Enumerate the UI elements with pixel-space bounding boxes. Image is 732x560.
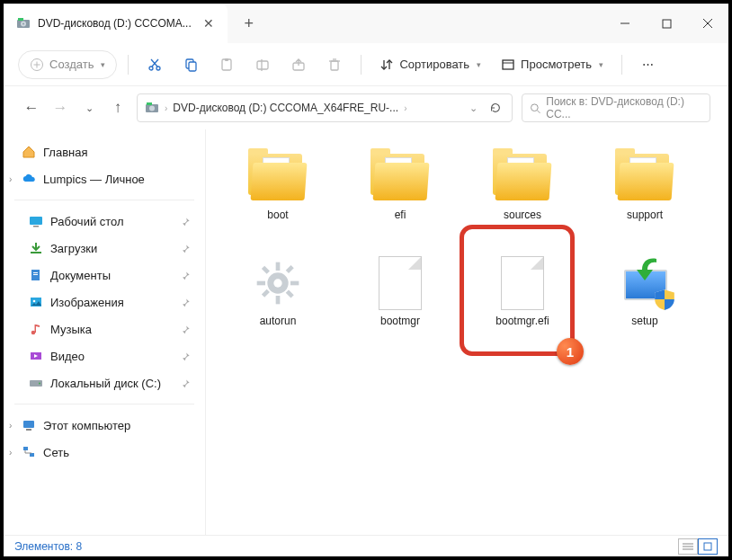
share-icon [291, 58, 306, 72]
file-autorun[interactable]: autorun [217, 252, 339, 358]
icons-view-button[interactable] [698, 538, 718, 555]
svg-rect-3 [18, 18, 23, 21]
view-icon [501, 58, 515, 72]
search-box[interactable]: Поиск в: DVD-дисковод (D:) CC... [522, 93, 710, 122]
chevron-right-icon: › [9, 421, 12, 431]
share-button[interactable] [283, 50, 314, 79]
pin-icon [181, 217, 191, 227]
close-button[interactable] [687, 4, 728, 43]
rename-button[interactable] [247, 50, 278, 79]
sidebar-downloads[interactable]: Загрузки [4, 235, 205, 262]
delete-button[interactable] [319, 50, 350, 79]
body: Главная › Lumpics — Личное Рабочий стол … [4, 129, 728, 535]
breadcrumb-path[interactable]: DVD-дисковод (D:) CCCOMA_X64FRE_RU-... [173, 102, 398, 114]
drive-icon [29, 376, 43, 390]
explorer-window: DVD-дисковод (D:) CCCOMA... ✕ + Создать … [0, 0, 732, 560]
svg-line-13 [152, 59, 158, 67]
sidebar-label: Этот компьютер [43, 419, 130, 432]
status-bar: Элементов: 8 [4, 535, 728, 556]
sidebar-videos[interactable]: Видео [4, 342, 205, 369]
search-placeholder: Поиск в: DVD-дисковод (D:) CC... [546, 95, 702, 120]
folder-sources[interactable]: sources [461, 146, 584, 252]
create-label: Создать [49, 58, 94, 71]
sidebar-music[interactable]: Музыка [4, 316, 205, 342]
folder-efi[interactable]: efi [339, 146, 461, 252]
chevron-down-icon: ▾ [477, 60, 481, 69]
sort-button[interactable]: Сортировать ▾ [372, 50, 488, 79]
svg-rect-47 [23, 421, 34, 428]
svg-point-11 [149, 67, 153, 70]
separator [128, 55, 129, 75]
minimize-button[interactable] [604, 4, 646, 43]
cut-button[interactable] [139, 50, 170, 79]
svg-rect-53 [276, 296, 281, 304]
create-button[interactable]: Создать ▾ [18, 50, 117, 79]
item-label: setup [631, 315, 657, 327]
sidebar-desktop[interactable]: Рабочий стол [4, 208, 205, 235]
up-button[interactable]: ↑ [108, 98, 128, 118]
home-icon [22, 145, 36, 159]
chevron-down-icon[interactable]: ⌄ [464, 102, 483, 114]
folder-support[interactable]: support [584, 146, 706, 252]
sidebar-documents[interactable]: Документы [4, 262, 205, 289]
separator [621, 55, 622, 75]
window-tab[interactable]: DVD-дисковод (D:) CCCOMA... ✕ [4, 4, 228, 43]
chevron-right-icon: › [404, 103, 406, 113]
trash-icon [327, 58, 342, 72]
folder-boot[interactable]: boot [217, 146, 339, 252]
annotation-badge: 1 [557, 338, 584, 365]
view-button[interactable]: Просмотреть ▾ [494, 50, 611, 79]
titlebar: DVD-дисковод (D:) CCCOMA... ✕ + [4, 4, 728, 43]
item-label: autorun [260, 315, 297, 327]
svg-rect-34 [30, 217, 42, 225]
paste-icon [219, 58, 234, 72]
svg-rect-5 [663, 20, 671, 28]
copy-button[interactable] [175, 50, 206, 79]
sidebar-label: Музыка [50, 323, 92, 336]
file-bootmgr[interactable]: bootmgr [339, 252, 461, 358]
svg-rect-49 [23, 447, 28, 450]
svg-rect-36 [31, 252, 41, 253]
refresh-button[interactable] [487, 102, 504, 114]
back-button[interactable]: ← [22, 98, 41, 118]
breadcrumb[interactable]: › DVD-дисковод (D:) CCCOMA_X64FRE_RU-...… [137, 93, 513, 122]
sidebar-label: Загрузки [50, 242, 97, 255]
sidebar-label: Сеть [43, 446, 69, 459]
rename-icon [255, 58, 270, 72]
documents-icon [29, 268, 43, 282]
pin-icon [181, 351, 191, 361]
sidebar-pictures[interactable]: Изображения [4, 289, 205, 316]
svg-rect-22 [331, 61, 338, 70]
pictures-icon [29, 295, 43, 309]
svg-point-2 [22, 23, 24, 25]
svg-point-12 [156, 67, 160, 70]
sidebar-personal[interactable]: › Lumpics — Личное [4, 165, 205, 192]
sidebar-home[interactable]: Главная [4, 138, 205, 165]
file-icon [501, 256, 544, 310]
file-setup[interactable]: setup [584, 252, 706, 358]
sidebar-network[interactable]: › Сеть [4, 439, 205, 466]
svg-rect-59 [262, 289, 270, 298]
chevron-right-icon: › [165, 103, 167, 113]
maximize-button[interactable] [646, 4, 687, 43]
recent-button[interactable]: ⌄ [79, 98, 99, 118]
tab-title: DVD-дисковод (D:) CCCOMA... [38, 17, 192, 30]
sidebar-label: Документы [50, 269, 111, 282]
tab-close-button[interactable]: ✕ [202, 17, 215, 30]
copy-icon [183, 58, 198, 72]
item-label: boot [267, 209, 288, 221]
separator [14, 404, 194, 404]
sidebar-thispc[interactable]: › Этот компьютер [4, 412, 205, 439]
sidebar-label: Локальный диск (C:) [50, 377, 161, 390]
paste-button[interactable] [211, 50, 242, 79]
new-tab-button[interactable]: + [235, 9, 263, 38]
file-icon [379, 256, 422, 310]
item-label: sources [504, 209, 541, 221]
forward-button[interactable]: → [50, 98, 70, 118]
svg-rect-64 [704, 543, 711, 550]
details-view-button[interactable] [678, 538, 698, 555]
more-button[interactable]: ⋯ [633, 50, 664, 79]
sidebar-localdisk[interactable]: Локальный диск (C:) [4, 369, 205, 396]
svg-point-32 [531, 103, 539, 111]
svg-rect-54 [257, 281, 265, 286]
